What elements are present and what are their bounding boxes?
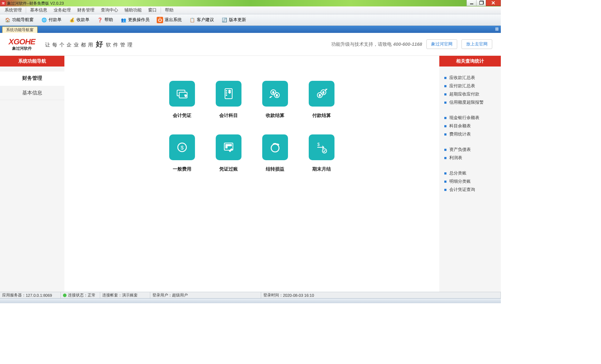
link-overdue[interactable]: 超期应收应付款 [439, 90, 501, 98]
menu-baseinfo[interactable]: 基本信息 [27, 6, 50, 14]
toolbar-update[interactable]: 🔄版本更新 [218, 16, 249, 24]
tile-grid: $ 会计凭证 $ 会计科目 $$ 收款结算 $$ 付款结算 $ 一般费用 凭证过… [64, 81, 439, 172]
svg-text:$: $ [185, 94, 186, 97]
carry-icon [268, 140, 282, 154]
tab-close-icon[interactable]: ⊠ [494, 26, 499, 31]
tile-voucher[interactable]: $ 会计凭证 [159, 81, 205, 119]
svg-text:$: $ [276, 94, 278, 97]
tile-monthend[interactable]: $ 期末月结 [298, 134, 345, 172]
link-payable-summary[interactable]: 应付款汇总表 [439, 82, 501, 90]
svg-point-6 [226, 90, 227, 91]
svg-point-7 [226, 93, 227, 93]
window-titlebar: 河 象过河软件--财务免费版 V2.0.23 ✕ [0, 0, 501, 6]
link-balancesheet[interactable]: 资产负债表 [439, 146, 501, 154]
user-icon: 👥 [120, 17, 127, 23]
home-icon: 🏠 [4, 17, 11, 23]
svg-text:$: $ [319, 94, 321, 97]
status-account: 演示账套 [122, 292, 138, 298]
support-phone: 400-600-1168 [393, 41, 422, 47]
globe-icon: 🌐 [41, 17, 47, 23]
status-conn: 正常 [88, 292, 96, 298]
subject-icon: $ [221, 87, 236, 101]
left-header: 系统功能导航 [0, 56, 64, 67]
os-taskbar [0, 298, 501, 303]
svg-text:$: $ [229, 90, 231, 94]
svg-text:$: $ [323, 91, 324, 94]
menu-help[interactable]: 帮助 [162, 6, 177, 14]
main-content: $ 会计凭证 $ 会计科目 $$ 收款结算 $$ 付款结算 $ 一般费用 凭证过… [64, 56, 439, 297]
toolbar-payment[interactable]: 🌐付款单 [38, 16, 64, 24]
monthend-icon: $ [314, 140, 329, 154]
maximize-button[interactable] [476, 0, 486, 6]
help-icon: ❓ [97, 17, 103, 23]
link-voucherquery[interactable]: 会计凭证查询 [439, 186, 501, 194]
toolbar-switchuser[interactable]: 👥更换操作员 [117, 16, 152, 24]
link-creditlimit[interactable]: 信用额度超限报警 [439, 98, 501, 107]
toolbar-receipt[interactable]: 💰收款单 [66, 16, 92, 24]
svg-text:$: $ [181, 144, 184, 151]
svg-point-8 [226, 95, 227, 95]
svg-rect-22 [228, 144, 229, 146]
status-dot-icon [63, 294, 67, 297]
link-subjectbalance[interactable]: 科目余额表 [439, 122, 501, 130]
menu-query[interactable]: 查询中心 [98, 6, 121, 14]
brand-header: XGOHE 象过河软件 让每个企业都用好软件管理 功能升级与技术支持，请致电 4… [0, 33, 501, 56]
toolbar-help[interactable]: ❓帮助 [94, 16, 116, 24]
window-title: 象过河软件--财务免费版 V2.0.23 [7, 1, 64, 6]
support-text: 功能升级与技术支持，请致电 [331, 41, 392, 48]
right-sidebar: 相关查询统计 应收款汇总表 应付款汇总表 超期应收应付款 信用额度超限报警 现金… [439, 56, 501, 297]
svg-text:$: $ [273, 91, 274, 94]
link-generalledger[interactable]: 总分类账 [439, 169, 501, 177]
note-icon: 📋 [189, 17, 195, 23]
menu-window[interactable]: 窗口 [145, 6, 160, 14]
svg-rect-23 [230, 144, 231, 146]
link-top[interactable]: 放上去官网 [461, 39, 492, 49]
tile-pay[interactable]: $$ 付款结算 [298, 81, 345, 119]
tile-receive[interactable]: $$ 收款结算 [252, 81, 298, 119]
slogan: 让每个企业都用好软件管理 [45, 39, 135, 49]
sidebar-item-finance[interactable]: 财务管理 [0, 72, 64, 86]
menu-finance[interactable]: 财务管理 [74, 6, 98, 14]
toolbar: 🏠功能导航窗 🌐付款单 💰收款单 ❓帮助 👥更换操作员 ⏻退出系统 📋客户建议 … [0, 14, 501, 26]
status-server: 127.0.0.1:8069 [26, 293, 52, 297]
receive-icon: $$ [268, 87, 282, 101]
menubar: 系统管理 基本信息 业务处理 财务管理 查询中心 辅助功能 窗口 帮助 [0, 6, 501, 14]
tab-nav[interactable]: 系统功能导航窗 [2, 26, 38, 33]
svg-text:$: $ [317, 142, 320, 147]
left-sidebar: 系统功能导航 财务管理 基本信息 [0, 56, 64, 297]
menu-aux[interactable]: 辅助功能 [121, 6, 145, 14]
app-icon: 河 [1, 1, 6, 6]
status-time: 2020-08-03 16:10 [283, 293, 314, 297]
svg-rect-21 [226, 144, 227, 146]
toolbar-exit[interactable]: ⏻退出系统 [154, 16, 185, 24]
link-expensestat[interactable]: 费用统计表 [439, 130, 501, 138]
tabstrip: 系统功能导航窗 ⊠ [0, 26, 501, 33]
link-detailledger[interactable]: 明细分类账 [439, 177, 501, 186]
logo: XGOHE 象过河软件 [9, 37, 35, 51]
power-icon: ⏻ [157, 17, 163, 23]
minimize-button[interactable] [466, 0, 477, 6]
close-button[interactable]: ✕ [486, 0, 501, 6]
link-cashbank[interactable]: 现金银行余额表 [439, 114, 501, 122]
pay-icon: $$ [314, 87, 329, 101]
link-profit[interactable]: 利润表 [439, 154, 501, 162]
expense-icon: $ [175, 140, 189, 154]
tile-subject[interactable]: $ 会计科目 [205, 81, 252, 119]
toolbar-nav[interactable]: 🏠功能导航窗 [1, 16, 36, 24]
refresh-icon: 🔄 [221, 17, 228, 23]
tile-post[interactable]: 凭证过账 [205, 134, 252, 172]
menu-business[interactable]: 业务处理 [50, 6, 74, 14]
coins-icon: 💰 [69, 17, 75, 23]
statusbar: 应用服务器：127.0.0.1:8069 连接状态：正常 连接帐套：演示账套 登… [0, 292, 501, 298]
svg-rect-24 [226, 147, 227, 148]
voucher-icon: $ [175, 87, 189, 101]
link-official[interactable]: 象过河官网 [426, 39, 457, 49]
tile-expense[interactable]: $ 一般费用 [159, 134, 205, 172]
toolbar-feedback[interactable]: 📋客户建议 [186, 16, 217, 24]
menu-system[interactable]: 系统管理 [1, 6, 25, 14]
tile-carry[interactable]: 结转损益 [252, 134, 298, 172]
post-icon [221, 140, 236, 154]
link-receivable-summary[interactable]: 应收款汇总表 [439, 74, 501, 82]
status-user: 超级用户 [172, 292, 188, 298]
sidebar-item-baseinfo[interactable]: 基本信息 [0, 86, 64, 100]
